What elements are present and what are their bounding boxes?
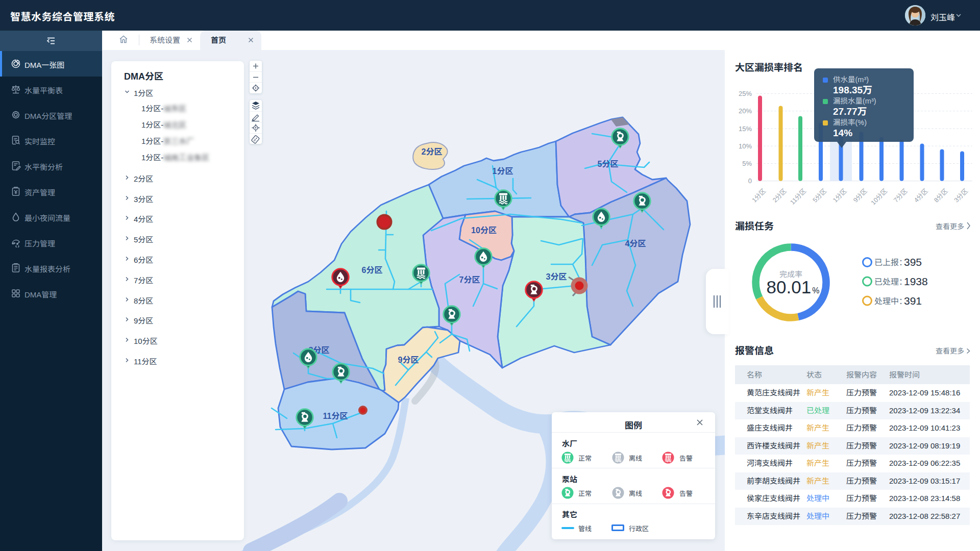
svg-text:10%: 10% [739, 142, 752, 150]
svg-text:395: 395 [904, 256, 922, 268]
svg-text:已处理：: 已处理： [874, 278, 907, 286]
svg-text:1分区: 1分区 [493, 167, 513, 176]
svg-text:10分区: 10分区 [471, 226, 497, 235]
svg-text:391: 391 [904, 295, 922, 307]
svg-text:9分区: 9分区 [398, 356, 419, 364]
svg-text:3分区: 3分区 [953, 187, 969, 204]
svg-text:8分区: 8分区 [933, 187, 949, 204]
svg-text:14%: 14% [833, 128, 852, 138]
svg-text:11分区: 11分区 [789, 187, 807, 206]
svg-text:4分区: 4分区 [625, 239, 646, 248]
svg-text:已上报：: 已上报： [874, 258, 907, 267]
svg-text:1938: 1938 [904, 276, 928, 287]
svg-text:10分区: 10分区 [870, 187, 889, 206]
svg-text:15%: 15% [739, 125, 752, 133]
svg-text:5分区: 5分区 [598, 160, 619, 168]
svg-text:3分区: 3分区 [546, 272, 567, 281]
svg-text:7分区: 7分区 [892, 187, 909, 204]
svg-text:2分区: 2分区 [422, 147, 443, 156]
svg-text:漏损任务: 漏损任务 [735, 221, 774, 232]
svg-text:0: 0 [748, 177, 752, 185]
svg-text:5分区: 5分区 [812, 187, 828, 204]
svg-text:5%: 5% [742, 160, 752, 167]
svg-text:供水量(m³): 供水量(m³) [833, 76, 869, 84]
svg-text:9分区: 9分区 [852, 187, 868, 204]
svg-text:漏损率(%): 漏损率(%) [833, 118, 867, 127]
svg-text:80.01%: 80.01% [767, 277, 820, 297]
svg-text:7分区: 7分区 [459, 276, 480, 284]
svg-text:大区漏损率排名: 大区漏损率排名 [735, 62, 803, 73]
svg-text:2分区: 2分区 [771, 187, 788, 204]
svg-text:6分区: 6分区 [362, 266, 383, 274]
svg-text:漏损水量(m³): 漏损水量(m³) [833, 97, 876, 105]
svg-text:4分区: 4分区 [913, 187, 929, 204]
svg-text:处理中：: 处理中： [874, 297, 907, 306]
svg-text:198.35万: 198.35万 [833, 85, 872, 95]
svg-text:1分区: 1分区 [831, 187, 848, 204]
svg-text:查看更多: 查看更多 [936, 222, 964, 231]
svg-text:11分区: 11分区 [323, 412, 348, 420]
svg-text:20%: 20% [739, 107, 752, 115]
svg-text:27.77万: 27.77万 [833, 106, 867, 117]
svg-text:25%: 25% [739, 90, 752, 97]
svg-text:1分区: 1分区 [751, 187, 767, 204]
